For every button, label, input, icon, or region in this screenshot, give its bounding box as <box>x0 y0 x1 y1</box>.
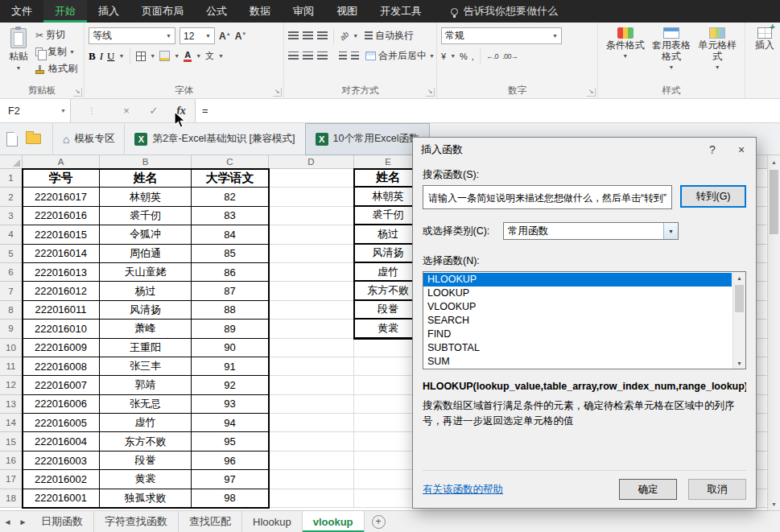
cell-D16[interactable] <box>269 452 354 470</box>
font-name-combo[interactable]: 等线 ▼ <box>89 27 175 44</box>
cell-A13[interactable]: 222016006 <box>23 395 100 414</box>
cell-C16[interactable]: 96 <box>192 452 269 470</box>
sheet-tab-Hlookup[interactable]: Hlookup <box>242 511 303 532</box>
cell-B2[interactable]: 林朝英 <box>100 188 192 206</box>
ribbon-tab-审阅[interactable]: 审阅 <box>282 0 325 23</box>
cell-A6[interactable]: 222016013 <box>23 263 100 282</box>
cell-D3[interactable] <box>269 207 354 225</box>
function-item-SEARCH[interactable]: SEARCH <box>423 314 732 328</box>
doc-tab[interactable]: ⌂模板专区 <box>52 123 124 155</box>
phonetic-guide-icon[interactable]: 文 <box>205 50 214 62</box>
cell-D1[interactable] <box>269 169 354 188</box>
cell-A9[interactable]: 222016010 <box>23 320 100 338</box>
cell-B16[interactable]: 段誉 <box>100 452 192 470</box>
row-header-6[interactable]: 6 <box>0 263 23 282</box>
cell-C13[interactable]: 93 <box>192 395 269 414</box>
cell-B13[interactable]: 张无忌 <box>100 395 192 414</box>
doc-tab[interactable]: X10个常用Excel函数 <box>305 123 430 155</box>
grow-font-button[interactable]: A▲ <box>219 31 231 42</box>
wrap-text-button[interactable]: 自动换行 <box>362 28 416 43</box>
merge-center-button[interactable]: 合并后居中 ▼ <box>363 48 437 64</box>
number-format-combo[interactable]: 常规 ▼ <box>441 27 562 44</box>
dialog-titlebar[interactable]: 插入函数 ? × <box>413 138 756 162</box>
cell-C15[interactable]: 95 <box>192 432 269 451</box>
select-all-button[interactable] <box>0 155 23 169</box>
sheet-nav-right-icon[interactable]: ► <box>15 511 31 532</box>
cell-A15[interactable]: 222016004 <box>23 432 100 451</box>
cell-B4[interactable]: 令狐冲 <box>100 225 192 244</box>
function-search-input[interactable]: 请输入一条简短说明来描述您想做什么，然后单击“转到” <box>423 185 672 209</box>
cell-D11[interactable] <box>269 357 354 376</box>
ribbon-tab-数据[interactable]: 数据 <box>238 0 282 23</box>
cell-A10[interactable]: 222016009 <box>23 339 100 357</box>
function-item-LOOKUP[interactable]: LOOKUP <box>423 287 732 300</box>
align-bottom-icon[interactable] <box>317 31 328 40</box>
cell-D10[interactable] <box>269 339 354 357</box>
insert-function-button[interactable]: fx <box>167 99 195 122</box>
function-item-FIND[interactable]: FIND <box>423 328 732 341</box>
font-size-combo[interactable]: 12 ▼ <box>180 27 215 44</box>
cell-B17[interactable]: 黄裳 <box>100 470 192 489</box>
cell-D4[interactable] <box>269 225 354 244</box>
cell-D9[interactable] <box>269 320 354 338</box>
open-folder-icon[interactable] <box>26 134 41 144</box>
number-dialog-launcher[interactable]: ↘ <box>587 88 596 97</box>
cell-B3[interactable]: 裘千仞 <box>100 207 192 225</box>
format-painter-button[interactable]: 格式刷 <box>33 61 80 76</box>
cell-B9[interactable]: 萧峰 <box>100 320 192 338</box>
column-header-B[interactable]: B <box>100 155 192 169</box>
cell-B7[interactable]: 杨过 <box>100 282 192 300</box>
cell-D13[interactable] <box>269 395 354 414</box>
cell-D5[interactable] <box>269 245 354 263</box>
ribbon-tab-插入[interactable]: 插入 <box>87 0 130 23</box>
alignment-dialog-launcher[interactable]: ↘ <box>426 88 435 97</box>
cell-C18[interactable]: 98 <box>192 489 269 508</box>
ribbon-tab-页面布局[interactable]: 页面布局 <box>130 0 195 23</box>
cancel-button[interactable]: 取消 <box>688 479 746 500</box>
cell-C7[interactable]: 87 <box>192 282 269 300</box>
row-header-3[interactable]: 3 <box>0 207 23 225</box>
category-combo[interactable]: 常用函数 ▼ <box>503 222 679 240</box>
cell-B14[interactable]: 虚竹 <box>100 414 192 432</box>
orientation-dropdown-icon[interactable]: ▼ <box>353 33 358 39</box>
italic-button[interactable]: I <box>100 50 103 63</box>
cell-C11[interactable]: 91 <box>192 357 269 376</box>
row-header-7[interactable]: 7 <box>0 282 23 300</box>
row-header-10[interactable]: 10 <box>0 339 23 357</box>
align-center-icon[interactable] <box>303 52 313 60</box>
list-scroll-up-icon[interactable]: ▲ <box>733 272 745 283</box>
cell-A17[interactable]: 222016002 <box>23 470 100 489</box>
cell-C14[interactable]: 94 <box>192 414 269 432</box>
cell-B1[interactable]: 姓名 <box>100 169 192 188</box>
row-header-9[interactable]: 9 <box>0 320 23 338</box>
sheet-tab-vlookup[interactable]: vlookup <box>303 511 365 532</box>
sheet-nav-left-icon[interactable]: ◄ <box>0 511 15 532</box>
row-header-16[interactable]: 16 <box>0 452 23 470</box>
confirm-entry-button[interactable]: ✓ <box>140 99 167 122</box>
sheet-tab-查找匹配[interactable]: 查找匹配 <box>179 511 242 532</box>
cell-D2[interactable] <box>269 188 354 206</box>
insert-cells-button[interactable]: 插入 <box>749 26 780 52</box>
dialog-help-button[interactable]: ? <box>698 138 727 162</box>
increase-decimal-icon[interactable]: ←.0 <box>486 52 498 60</box>
accounting-format-icon[interactable]: ¥ <box>441 52 446 61</box>
sheet-tab-日期函数[interactable]: 日期函数 <box>31 511 94 532</box>
format-as-table-button[interactable]: 套用表格格式 ▼ <box>648 26 694 71</box>
cell-D8[interactable] <box>269 301 354 320</box>
cell-D12[interactable] <box>269 376 354 394</box>
dialog-close-button[interactable]: × <box>727 138 756 162</box>
doc-tab[interactable]: X第2章-Excel基础知识 [兼容模式] <box>124 123 304 155</box>
font-dialog-launcher[interactable]: ↘ <box>273 88 282 97</box>
decrease-decimal-icon[interactable]: .00→ <box>502 52 518 60</box>
ribbon-tab-文件[interactable]: 文件 <box>0 0 43 23</box>
align-left-icon[interactable] <box>288 52 299 60</box>
underline-dropdown-icon[interactable]: ▼ <box>118 53 124 59</box>
copy-button[interactable]: 复制 ▼ <box>33 44 80 60</box>
formula-bar-sash[interactable]: ⋮ <box>71 99 113 122</box>
bold-button[interactable]: B <box>89 50 96 63</box>
cell-D14[interactable] <box>269 414 354 432</box>
percent-style-icon[interactable]: % <box>460 52 468 61</box>
increase-indent-icon[interactable] <box>351 52 359 60</box>
cell-D18[interactable] <box>269 489 354 508</box>
cell-A16[interactable]: 222016003 <box>23 452 100 470</box>
